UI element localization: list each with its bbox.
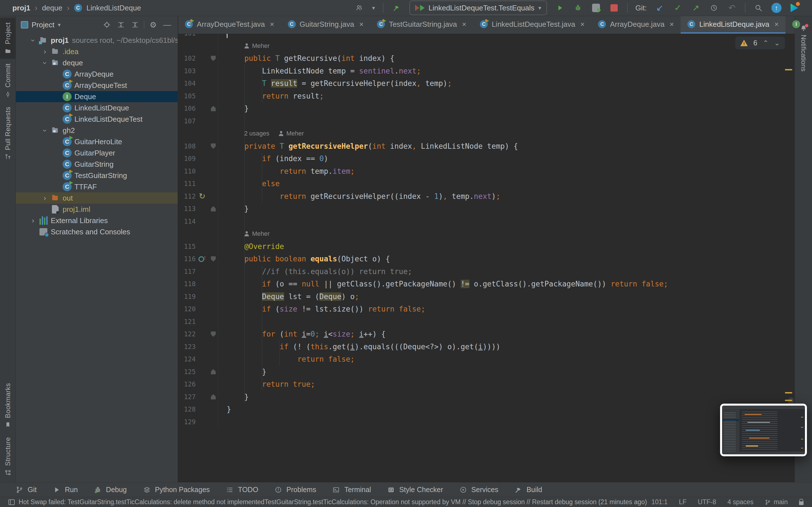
line-number[interactable]: 108 <box>178 143 196 150</box>
fold-marker-icon[interactable] <box>211 144 216 149</box>
code-line-112[interactable]: 112↻ return getRecursiveHelper((index - … <box>178 190 788 203</box>
tree-item-out[interactable]: ›out <box>16 192 177 204</box>
expand-all-icon[interactable] <box>116 21 126 29</box>
close-icon[interactable]: × <box>670 20 674 29</box>
stripe-warning-mark[interactable] <box>785 392 792 393</box>
run-configuration-select[interactable]: LinkedListDequeTest.TestEquals ▾ <box>409 1 547 15</box>
tool-window-button-style-checker[interactable]: Style Checker <box>388 486 443 494</box>
hide-panel-icon[interactable]: — <box>162 20 172 29</box>
tool-stripe-bookmarks[interactable]: Bookmarks <box>0 379 15 433</box>
line-number[interactable]: 126 <box>178 381 196 388</box>
close-icon[interactable]: × <box>774 20 779 29</box>
tree-item-arraydequetest[interactable]: CArrayDequeTest <box>16 80 177 91</box>
tab-guitarstring-java[interactable]: CGuitarString.java× <box>281 16 370 34</box>
code-line-107[interactable]: 107 <box>178 115 788 128</box>
stripe-warning-mark[interactable] <box>785 69 792 70</box>
code-line-106[interactable]: 106 } <box>178 102 788 115</box>
tree-chevron-icon[interactable]: › <box>40 59 50 67</box>
line-number[interactable]: 125 <box>178 368 196 376</box>
tree-chevron-icon[interactable]: › <box>40 126 50 135</box>
ide-profile-icon[interactable] <box>790 2 800 14</box>
line-number[interactable]: 106 <box>178 105 196 112</box>
ide-update-icon[interactable]: ↑ <box>771 2 781 14</box>
code-line-125[interactable]: 125 } <box>178 365 788 378</box>
code-line-127[interactable]: 127 } <box>178 391 788 403</box>
line-number[interactable]: 121 <box>178 318 196 325</box>
code-with-me-icon[interactable] <box>354 2 364 14</box>
code-vision-annotation[interactable]: 2 usages Meher <box>178 127 788 140</box>
next-warning-icon[interactable]: ⌄ <box>774 39 780 47</box>
line-number[interactable]: 127 <box>178 393 196 400</box>
status-message[interactable]: Hot Swap failed: TestGuitarString.testTi… <box>18 498 648 506</box>
tree-item-external-libraries[interactable]: ›External Libraries <box>16 215 177 226</box>
tree-chevron-icon[interactable]: › <box>28 216 38 225</box>
code-vision-annotation[interactable]: Meher <box>178 40 788 52</box>
line-number[interactable]: 110 <box>178 168 196 175</box>
tool-window-button-debug[interactable]: Debug <box>94 486 127 494</box>
git-commit-icon[interactable]: ✓ <box>673 2 683 14</box>
line-number[interactable]: 112 <box>178 193 196 200</box>
fold-marker-icon[interactable] <box>211 56 216 61</box>
code-line-124[interactable]: 124 return false; <box>178 353 788 365</box>
code-line-117[interactable]: 117 //if (this.equals(o)) return true; <box>178 265 788 278</box>
code-line-103[interactable]: 103 LinkedListNode temp = sentinel.next; <box>178 65 788 77</box>
code-line-104[interactable]: 104 T result = getRecursiveHelper(index,… <box>178 77 788 90</box>
tool-window-button-python-packages[interactable]: Python Packages <box>143 486 210 494</box>
tab-linkedlistdequetest-java[interactable]: CLinkedListDequeTest.java× <box>473 16 591 34</box>
code-line-118[interactable]: 118 if (o == null || getClass().getPacka… <box>178 278 788 290</box>
build-project-icon[interactable] <box>391 2 402 14</box>
recursive-call-icon[interactable]: ↻ <box>199 191 205 201</box>
line-number[interactable]: 104 <box>178 80 196 87</box>
line-number[interactable]: 129 <box>178 418 196 426</box>
search-everywhere-icon[interactable] <box>753 2 763 14</box>
prev-warning-icon[interactable]: ⌃ <box>763 39 769 47</box>
fold-marker-icon[interactable] <box>211 106 216 111</box>
code-editor[interactable]: 101Meher102 public T getRecursive(int in… <box>178 34 795 482</box>
tree-item-deque[interactable]: IDeque <box>16 91 177 102</box>
run-button[interactable] <box>555 2 565 14</box>
line-number[interactable]: 117 <box>178 268 196 275</box>
collapse-all-icon[interactable] <box>130 21 140 29</box>
code-line-128[interactable]: 128} <box>178 403 788 416</box>
author-annotation[interactable]: 2 usages Meher <box>218 130 304 137</box>
line-number[interactable]: 128 <box>178 406 196 413</box>
tree-chevron-icon[interactable]: › <box>40 47 50 56</box>
author-annotation[interactable]: Meher <box>218 230 269 237</box>
line-number[interactable]: 123 <box>178 343 196 350</box>
line-number[interactable]: 105 <box>178 93 196 100</box>
tool-window-button-run[interactable]: Run <box>53 486 78 494</box>
fold-marker-icon[interactable] <box>211 369 216 374</box>
usages-annotation[interactable]: 2 usages <box>244 130 269 137</box>
close-icon[interactable]: × <box>462 20 466 29</box>
line-number[interactable]: 113 <box>178 205 196 212</box>
line-number[interactable]: 102 <box>178 55 196 62</box>
settings-gear-icon[interactable]: ⚙ <box>148 20 158 30</box>
coverage-button[interactable] <box>591 2 601 14</box>
code-line-110[interactable]: 110 return temp.item; <box>178 165 788 178</box>
line-number[interactable]: 115 <box>178 243 196 250</box>
notifications-bell-icon[interactable] <box>800 24 807 32</box>
tree-item-proj1[interactable]: ›proj1sources root, ~/Desktop/cs61bl/su <box>16 35 177 46</box>
tab-linkedlistdeque-java[interactable]: CLinkedListDeque.java× <box>680 16 785 34</box>
tree-chevron-icon[interactable]: › <box>40 194 50 203</box>
tool-window-button-services[interactable]: Services <box>460 486 499 494</box>
tree-item-guitarherolite[interactable]: CGuitarHeroLite <box>16 136 177 147</box>
code-line-126[interactable]: 126 return true; <box>178 378 788 391</box>
line-number[interactable]: 111 <box>178 180 196 187</box>
git-push-icon[interactable]: ↗ <box>691 2 701 14</box>
tree-item-arraydeque[interactable]: CArrayDeque <box>16 68 177 80</box>
stripe-warning-mark[interactable] <box>785 400 792 401</box>
tab-arraydequetest-java[interactable]: CArrayDequeTest.java× <box>178 16 281 34</box>
chevron-down-icon[interactable]: ▾ <box>58 21 61 28</box>
inspections-widget[interactable]: ! 6 ⌃ ⌄ <box>735 37 785 49</box>
lock-icon[interactable] <box>799 501 804 505</box>
code-line-102[interactable]: 102 public T getRecursive(int index) { <box>178 52 788 65</box>
breadcrumb-item-proj1[interactable]: proj1 <box>12 4 31 12</box>
breadcrumb-item-LinkedListDeque[interactable]: LinkedListDeque <box>87 4 141 12</box>
code-line-114[interactable]: 114 <box>178 215 788 228</box>
fold-marker-icon[interactable] <box>211 332 216 337</box>
tool-stripe-structure[interactable]: Structure <box>0 433 15 481</box>
code-line-115[interactable]: 115 @Override <box>178 240 788 253</box>
line-separator[interactable]: LF <box>679 498 687 506</box>
line-number[interactable]: 119 <box>178 293 196 300</box>
